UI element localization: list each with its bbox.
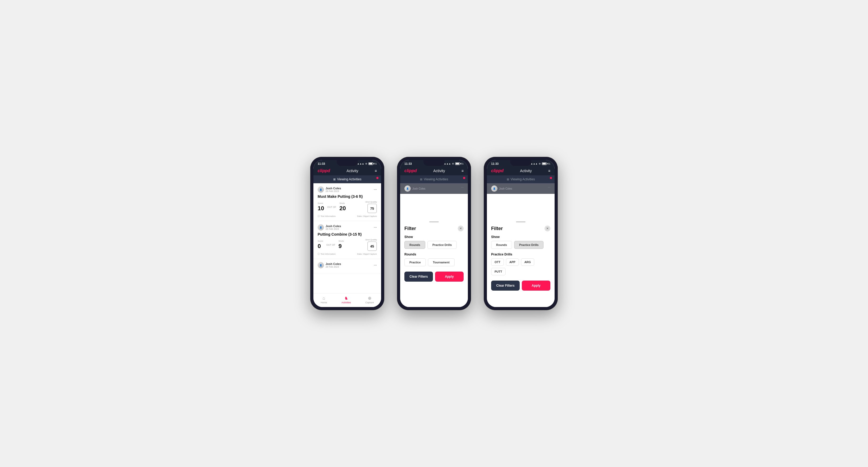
- drills-tags-3: OTT APP ARG PUTT: [491, 258, 550, 275]
- shots-label-2: Shots: [339, 240, 344, 242]
- sq-label-1: Shot Quality: [365, 201, 377, 203]
- viewing-bar-text-dimmed-2: Viewing Activities: [424, 178, 448, 181]
- drill-putt[interactable]: PUTT: [491, 268, 506, 275]
- card-header-3: 👤 Josh Coles 28 Feb 2023 ···: [318, 262, 377, 269]
- nav-home[interactable]: ⌂ Home: [320, 296, 327, 304]
- battery-percent-2: 51: [461, 162, 464, 165]
- shot-quality-badge-2: 45: [367, 242, 377, 251]
- rounds-buttons-2: Practice Tournament: [404, 258, 464, 266]
- avatar-img-3: 👤: [318, 262, 324, 268]
- user-info-1: 👤 Josh Coles 28 Feb 2023: [318, 186, 341, 193]
- viewing-bar-text-dimmed-3: Viewing Activities: [511, 178, 535, 181]
- phone-filter-rounds: 11:33 ▲▲▲ ⊛ 51 clippd Activity ≡: [397, 157, 471, 310]
- user-name-3: Josh Coles: [326, 262, 341, 266]
- score-label-1: Score: [318, 202, 324, 205]
- hamburger-icon[interactable]: ≡: [375, 169, 377, 173]
- dimmed-avatar-3: 👤: [491, 185, 497, 192]
- app-title-3: Activity: [520, 169, 532, 173]
- filter-modal-3: Filter ✕ Show Rounds Practice Drills Pra…: [487, 217, 555, 307]
- data-source-2: Data: Clippd Capture: [357, 253, 377, 255]
- show-buttons-2: Rounds Practice Drills: [404, 241, 464, 249]
- practice-btn-2[interactable]: Practice: [404, 258, 426, 266]
- dimmed-avatar-2: 👤: [404, 185, 411, 192]
- signal-icon: ▲▲▲: [357, 162, 364, 165]
- test-info-2: ⓘ Test Information: [318, 253, 336, 255]
- user-info-3: 👤 Josh Coles 28 Feb 2023: [318, 262, 341, 269]
- dimmed-dots-2: ···: [461, 185, 464, 192]
- activity-title-1: Must Make Putting (3-6 ft): [318, 194, 377, 198]
- viewing-activities-bar[interactable]: ⊞ Viewing Activities: [313, 175, 381, 183]
- avatar-img-2: 👤: [318, 224, 324, 230]
- status-icons-2: ▲▲▲ ⊛ 51: [444, 162, 464, 165]
- nav-activities[interactable]: ♞ Activities: [341, 295, 351, 304]
- hamburger-icon-3[interactable]: ≡: [548, 169, 550, 173]
- close-button-3[interactable]: ✕: [545, 225, 550, 231]
- clear-filters-btn-2[interactable]: Clear Filters: [404, 272, 433, 282]
- status-time: 11:33: [318, 162, 325, 165]
- shot-quality-badge-1: 75: [367, 204, 377, 213]
- show-label-2: Show: [404, 235, 464, 239]
- user-date-3: 28 Feb 2023: [326, 266, 341, 268]
- notch-3: [510, 160, 531, 166]
- status-time-3: 11:33: [491, 162, 499, 165]
- hamburger-icon-2[interactable]: ≡: [462, 169, 464, 173]
- filter-icon-dimmed-3: ⊞: [507, 178, 509, 181]
- notch-2: [424, 160, 444, 166]
- modal-footer-3: Clear Filters Apply: [491, 281, 550, 291]
- activity-title-2: Putting Combine (3-15 ft): [318, 232, 377, 237]
- activity-card-2: 👤 Josh Coles 28 Feb 2023 ··· Putting Com…: [313, 221, 381, 259]
- clear-filters-btn-3[interactable]: Clear Filters: [491, 281, 520, 291]
- drill-ott[interactable]: OTT: [491, 258, 504, 266]
- filter-title-2: Filter: [404, 226, 416, 231]
- drill-app[interactable]: APP: [506, 258, 519, 266]
- activity-card-1: 👤 Josh Coles 28 Feb 2023 ··· Must Make P…: [313, 183, 381, 221]
- phone-activity: 11:33 ▲▲▲ ⊛ 51 clippd Activity ≡ ⊞: [310, 157, 384, 310]
- apply-btn-2[interactable]: Apply: [435, 272, 464, 282]
- more-options-3[interactable]: ···: [374, 263, 377, 267]
- test-info-1: ⓘ Test Information: [318, 215, 336, 218]
- modal-handle-3: [516, 221, 526, 222]
- dimmed-card-header-2: 👤 Josh Coles ···: [400, 183, 468, 194]
- viewing-bar-text: Viewing Activities: [337, 178, 362, 181]
- avatar-3: 👤: [318, 262, 324, 269]
- shots-label-1: Shots: [339, 202, 346, 205]
- modal-wrapper-3: ⊞ Viewing Activities 👤 Josh Coles ··· Fi…: [487, 175, 555, 307]
- sq-label-2: Shot Quality: [365, 239, 377, 241]
- wifi-icon: ⊛: [365, 162, 367, 165]
- bottom-nav: ⌂ Home ♞ Activities ⊕ Capture: [313, 293, 381, 307]
- battery-icon-3: [542, 162, 547, 165]
- user-name-1: Josh Coles: [326, 187, 341, 190]
- tournament-btn-2[interactable]: Tournament: [428, 258, 455, 266]
- app-header-3: clippd Activity ≡: [487, 166, 555, 175]
- more-options-2[interactable]: ···: [374, 225, 377, 229]
- show-rounds-btn-2[interactable]: Rounds: [404, 241, 425, 249]
- status-icons: ▲▲▲ ⊛ 51: [357, 162, 377, 165]
- nav-capture[interactable]: ⊕ Capture: [366, 295, 374, 304]
- out-of-1: OUT OF: [327, 206, 336, 208]
- more-options-1[interactable]: ···: [374, 187, 377, 192]
- modal-wrapper-2: ⊞ Viewing Activities 👤 Josh Coles ··· Fi…: [400, 175, 468, 307]
- status-icons-3: ▲▲▲ ⊛ 51: [530, 162, 550, 165]
- user-info-2: 👤 Josh Coles 28 Feb 2023: [318, 224, 341, 230]
- wifi-icon-2: ⊛: [452, 162, 454, 165]
- battery-percent-3: 51: [548, 162, 550, 165]
- battery-percent: 51: [374, 162, 377, 165]
- show-drills-btn-3[interactable]: Practice Drills: [514, 241, 544, 249]
- close-button-2[interactable]: ✕: [458, 225, 464, 231]
- activity-list: 👤 Josh Coles 28 Feb 2023 ··· Must Make P…: [313, 183, 381, 293]
- capture-icon: ⊕: [368, 295, 371, 301]
- show-drills-btn-2[interactable]: Practice Drills: [427, 241, 457, 249]
- activity-card-3: 👤 Josh Coles 28 Feb 2023 ···: [313, 259, 381, 274]
- apply-btn-3[interactable]: Apply: [522, 281, 550, 291]
- signal-icon-2: ▲▲▲: [444, 162, 451, 165]
- drill-arg[interactable]: ARG: [521, 258, 534, 266]
- filter-modal-2: Filter ✕ Show Rounds Practice Drills Rou…: [400, 217, 468, 307]
- dimmed-card-header-3: 👤 Josh Coles ···: [487, 183, 555, 194]
- app-title: Activity: [346, 169, 358, 173]
- score-label-2: Score: [318, 240, 323, 242]
- avatar-1: 👤: [318, 186, 324, 193]
- filter-icon: ⊞: [333, 178, 336, 181]
- status-time-2: 11:33: [404, 162, 412, 165]
- dimmed-dots-3: ···: [548, 185, 550, 192]
- show-rounds-btn-3[interactable]: Rounds: [491, 241, 512, 249]
